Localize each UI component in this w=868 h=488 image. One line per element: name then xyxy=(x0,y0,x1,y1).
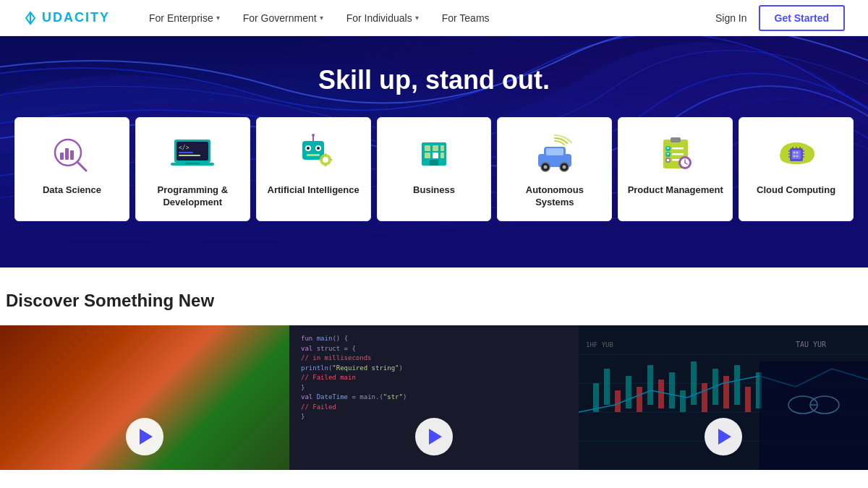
nav-for-enterprise[interactable]: For Enterprise ▾ xyxy=(139,0,230,36)
svg-rect-23 xyxy=(325,153,326,156)
svg-rect-37 xyxy=(546,148,563,155)
svg-rect-26 xyxy=(329,159,332,160)
get-started-button[interactable]: Get Started xyxy=(759,5,845,31)
hero-title: Skill up, stand out. xyxy=(0,65,868,95)
play-icon-1 xyxy=(140,429,153,445)
autonomous-icon xyxy=(529,132,580,176)
svg-point-20 xyxy=(312,134,315,137)
discover-section: Discover Something New fun main() { val … xyxy=(0,267,868,470)
svg-rect-33 xyxy=(441,153,444,158)
svg-rect-32 xyxy=(433,153,438,158)
svg-rect-63 xyxy=(792,150,801,159)
nav-for-individuals[interactable]: For Individuals ▾ xyxy=(336,0,429,36)
svg-rect-43 xyxy=(671,137,681,142)
category-card-ai[interactable]: Artificial Intelligence xyxy=(256,117,371,221)
discover-title: Discover Something New xyxy=(0,291,868,311)
play-button-2[interactable] xyxy=(415,418,453,455)
video-cards-row: fun main() { val struct = { // in millis… xyxy=(0,325,868,470)
cloud-label: Cloud Computing xyxy=(757,184,835,197)
video-card-2[interactable]: fun main() { val struct = { // in millis… xyxy=(289,325,579,470)
svg-rect-10 xyxy=(179,155,200,156)
category-card-business[interactable]: Business xyxy=(377,117,492,221)
video-card-1[interactable] xyxy=(0,325,289,470)
play-icon-2 xyxy=(429,429,442,445)
category-card-cloud[interactable]: Cloud Computing xyxy=(739,117,854,221)
category-card-product-mgmt[interactable]: Product Management xyxy=(618,117,733,221)
logo-icon xyxy=(23,11,38,25)
svg-rect-12 xyxy=(185,163,200,164)
svg-rect-25 xyxy=(319,159,322,160)
nav-links: For Enterprise ▾ For Government ▾ For In… xyxy=(139,0,715,36)
svg-point-17 xyxy=(317,147,320,150)
svg-rect-9 xyxy=(179,152,193,153)
chevron-down-icon: ▾ xyxy=(320,14,323,22)
category-card-programming[interactable]: </> Programming & Development xyxy=(135,117,250,221)
svg-point-77 xyxy=(796,152,798,154)
play-button-3[interactable] xyxy=(705,418,742,455)
svg-point-16 xyxy=(307,147,310,150)
nav-for-government[interactable]: For Government ▾ xyxy=(233,0,333,36)
svg-line-2 xyxy=(77,162,86,171)
svg-point-41 xyxy=(562,166,566,169)
ai-label: Artificial Intelligence xyxy=(268,184,359,197)
sign-in-link[interactable]: Sign In xyxy=(715,12,747,24)
svg-rect-28 xyxy=(425,145,430,151)
product-mgmt-label: Product Management xyxy=(628,184,723,197)
categories-grid: Data Science </> Programming & Develo xyxy=(0,117,868,221)
svg-point-40 xyxy=(543,166,547,169)
video-card-3[interactable]: TAU YUR 1HF YUB xyxy=(579,325,868,470)
ai-icon xyxy=(288,132,339,176)
svg-rect-5 xyxy=(70,150,74,160)
business-icon xyxy=(409,132,459,176)
svg-rect-4 xyxy=(65,148,69,160)
nav-right: Sign In Get Started xyxy=(715,5,845,31)
navbar: UDACITY For Enterprise ▾ For Government … xyxy=(0,0,868,36)
business-label: Business xyxy=(413,184,455,197)
hero-section: Skill up, stand out. Data Science xyxy=(0,36,868,267)
data-science-icon xyxy=(46,132,97,176)
nav-for-teams[interactable]: For Teams xyxy=(432,0,500,36)
logo[interactable]: UDACITY xyxy=(23,10,110,25)
svg-rect-29 xyxy=(433,145,438,151)
autonomous-label: Autonomous Systems xyxy=(506,184,603,209)
data-science-label: Data Science xyxy=(43,184,101,197)
svg-rect-34 xyxy=(430,160,438,166)
svg-point-79 xyxy=(796,155,798,158)
svg-rect-31 xyxy=(425,153,430,158)
svg-text:</>: </> xyxy=(179,145,190,151)
play-icon-3 xyxy=(718,429,731,445)
svg-rect-24 xyxy=(325,163,326,166)
nav-teams-label: For Teams xyxy=(442,12,490,24)
svg-point-78 xyxy=(793,155,795,158)
svg-point-22 xyxy=(323,157,328,163)
chevron-down-icon: ▾ xyxy=(216,14,220,22)
nav-enterprise-label: For Enterprise xyxy=(149,12,213,24)
svg-rect-3 xyxy=(60,153,64,160)
svg-rect-30 xyxy=(441,145,444,151)
category-card-data-science[interactable]: Data Science xyxy=(14,117,129,221)
svg-rect-51 xyxy=(672,153,684,155)
svg-rect-18 xyxy=(307,154,320,156)
category-card-autonomous[interactable]: Autonomous Systems xyxy=(497,117,612,221)
chevron-down-icon: ▾ xyxy=(415,14,419,22)
svg-rect-52 xyxy=(666,158,670,162)
logo-text: UDACITY xyxy=(42,10,110,25)
cloud-icon xyxy=(771,132,822,176)
product-mgmt-icon xyxy=(650,132,701,176)
svg-rect-47 xyxy=(672,147,684,150)
nav-government-label: For Government xyxy=(243,12,317,24)
nav-individuals-label: For Individuals xyxy=(346,12,412,24)
programming-label: Programming & Development xyxy=(145,184,241,209)
svg-point-76 xyxy=(793,152,795,154)
play-button-1[interactable] xyxy=(126,418,163,455)
programming-icon: </> xyxy=(167,132,218,176)
